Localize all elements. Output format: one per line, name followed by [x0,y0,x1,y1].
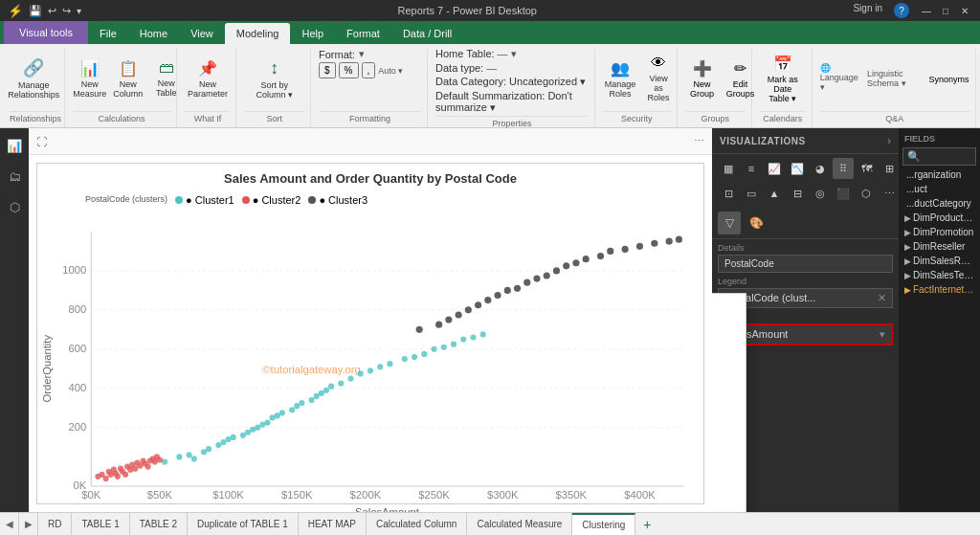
more-icon[interactable]: ⋯ [694,135,704,147]
nav-data[interactable]: 🗂 [5,167,24,186]
viz-more[interactable]: ⋯ [879,183,900,204]
new-parameter-btn[interactable]: 📌 NewParameter [185,56,230,102]
menu-collapse-all[interactable]: Collapse all [712,504,746,512]
fields-item-dimreseller[interactable]: ▶DimReseller [899,239,980,254]
new-measure-btn[interactable]: 📊 NewMeasure [73,56,107,102]
quick-undo[interactable]: ↩ [48,5,56,17]
menu-unhide-all[interactable]: Unhide all [712,483,746,504]
maximize-btn[interactable]: □ [938,3,953,18]
synonyms-btn[interactable]: Synonyms [928,71,969,88]
menu-new-column[interactable]: New column [712,357,746,378]
fields-search[interactable]: 🔍 [902,147,976,166]
menu-new-hierarchy[interactable]: New hierarchy [712,315,746,336]
view-as-roles-btn[interactable]: 👁 View asRoles [641,51,676,106]
viz-waterfall[interactable]: ⬛ [833,183,854,204]
help-btn[interactable]: ? [894,3,909,18]
tab-scroll-right[interactable]: ▶ [19,513,38,535]
legend-field-x[interactable]: ✕ [878,292,886,304]
close-btn[interactable]: ✕ [957,3,972,18]
add-page-btn[interactable]: + [635,513,658,535]
viz-line[interactable]: 📈 [764,158,785,179]
tab-file[interactable]: File [88,23,128,44]
edit-groups-btn[interactable]: ✏ EditGroups [724,56,758,102]
tab-duplicate-table1[interactable]: Duplicate of TABLE 1 [188,513,299,535]
properties-group-label: Properties [435,116,589,128]
fields-item-uct[interactable]: ...uct [899,182,980,196]
fields-item-dimpromotion[interactable]: ▶DimPromotion [899,225,980,239]
fields-item-dimsalesterritory[interactable]: ▶DimSalesTerritory [899,268,980,282]
mark-date-table-btn[interactable]: 📅 Mark asDate Table ▾ [760,51,806,107]
quick-save[interactable]: 💾 [29,5,42,17]
viz-expand-btn[interactable]: › [887,134,891,147]
manage-roles-btn[interactable]: 👥 ManageRoles [603,56,637,102]
svg-point-43 [279,410,285,415]
fields-item-dimproductsubcat[interactable]: ▶DimProductSubcateg... [899,211,980,225]
tab-heat-map[interactable]: HEAT MAP [299,513,367,535]
viz-map[interactable]: 🗺 [856,158,877,179]
fields-item-rganization[interactable]: ...rganization [899,167,980,182]
new-column-btn[interactable]: 📋 NewColumn [111,56,145,102]
viz-card[interactable]: ▭ [741,183,762,204]
calendars-content: 📅 Mark asDate Table ▾ [760,48,806,109]
tab-scroll-left[interactable]: ◀ [0,513,19,535]
manage-relationships-btn[interactable]: 🔗 ManageRelationships [10,54,58,103]
quick-redo[interactable]: ↪ [62,5,71,17]
percent-btn[interactable]: % [339,62,359,78]
tab-calculated-column[interactable]: Calculated Column [367,513,468,535]
chart-container[interactable]: Sales Amount and Order Quantity by Posta… [36,163,704,504]
dollar-btn[interactable]: $ [319,62,336,78]
viz-clustered-bar[interactable]: ≡ [741,158,762,179]
tab-home[interactable]: Home [128,23,179,44]
menu-rename[interactable]: Rename [712,399,746,420]
tab-calculated-measure[interactable]: Calculated Measure [467,513,572,535]
sort-by-column-btn[interactable]: ↕ Sort by Column ▾ [244,55,304,103]
menu-hide[interactable]: Hide [712,441,746,462]
viz-funnel[interactable]: ⬡ [856,183,877,204]
viz-scatter[interactable]: ⠿ [833,158,854,179]
fields-item-ductcategory[interactable]: ...ductCategory [899,196,980,211]
menu-new-measure[interactable]: New measure [712,336,746,357]
tab-view[interactable]: View [179,23,225,44]
expand-icon[interactable]: ⛶ [36,136,47,147]
format-tab[interactable]: 🎨 [745,212,768,234]
viz-area[interactable]: 📉 [787,158,808,179]
data-cat-dropdown[interactable]: ▾ [580,76,586,87]
filter-tab[interactable]: ▽ [718,212,741,234]
menu-new-quick-measure[interactable]: New quick measure [712,378,746,399]
tab-visual-tools[interactable]: Visual tools [4,21,88,44]
tab-clustering[interactable]: Clustering [572,513,635,535]
new-table-btn[interactable]: 🗃 NewTable [149,56,184,101]
format-dropdown[interactable]: ▾ [359,48,365,60]
fields-item-dimsalesreason[interactable]: ▶DimSalesReason [899,254,980,268]
tab-modeling[interactable]: Modeling [225,23,291,44]
new-group-btn[interactable]: ➕ NewGroup [685,56,720,102]
tab-help[interactable]: Help [290,23,335,44]
viz-table[interactable]: ⊞ [879,158,900,179]
viz-pie[interactable]: ◕ [810,158,831,179]
menu-delete[interactable]: Delete [712,420,746,441]
viz-gauge[interactable]: ◎ [810,183,831,204]
menu-view-hidden[interactable]: View hidden [712,462,746,483]
tab-data-drill[interactable]: Data / Drill [391,23,463,44]
sign-in-link[interactable]: Sign in [853,3,882,18]
xaxis-menu-arrow[interactable]: ▾ [880,328,885,341]
fields-item-factinternetsales[interactable]: ▶FactInternetSales [899,282,980,297]
sort-content: ↕ Sort by Column ▾ [244,48,304,109]
tab-format[interactable]: Format [335,23,391,44]
viz-stacked-bar[interactable]: ▦ [718,158,739,179]
menu-add-filter[interactable]: Add filter [712,294,746,315]
svg-point-96 [465,306,472,313]
viz-matrix[interactable]: ⊡ [718,183,739,204]
comma-btn[interactable]: , [362,62,376,78]
svg-point-40 [264,419,270,425]
nav-report[interactable]: 📊 [5,136,24,155]
tab-table1[interactable]: TABLE 1 [72,513,129,535]
nav-model[interactable]: ⬡ [5,197,24,216]
minimize-btn[interactable]: — [919,3,934,18]
home-table-value[interactable]: — ▾ [498,48,517,60]
tab-rd[interactable]: RD [38,513,72,535]
summ-dropdown[interactable]: ▾ [490,101,496,113]
viz-slicer[interactable]: ⊟ [787,183,808,204]
tab-table2[interactable]: TABLE 2 [130,513,188,535]
viz-kpi[interactable]: ▲ [764,183,785,204]
